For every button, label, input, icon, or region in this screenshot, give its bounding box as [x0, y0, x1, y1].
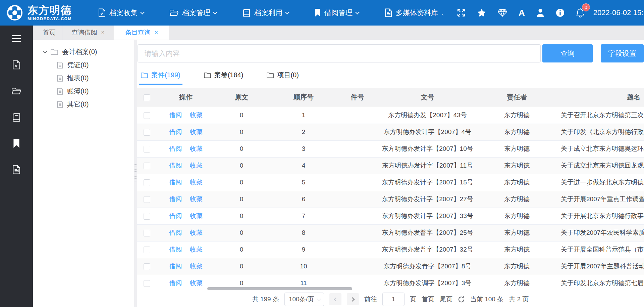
nav-item-archive-manage[interactable]: 档案管理 [169, 8, 217, 17]
tab-volumes[interactable]: 案卷(184) [202, 71, 246, 85]
rail-archive-use-button[interactable] [11, 112, 22, 123]
row-checkbox[interactable] [144, 112, 150, 119]
select-all-checkbox[interactable] [144, 94, 150, 101]
gem-icon[interactable] [498, 9, 507, 17]
last-page-link[interactable]: 尾页 [440, 295, 452, 304]
nav-item-label: 借阅管理 [324, 8, 353, 17]
row-checkbox[interactable] [144, 213, 150, 220]
tree-node-child[interactable]: 账簿(0) [33, 85, 134, 98]
tab-cases[interactable]: 案件(199) [139, 71, 182, 85]
row-checkbox[interactable] [144, 179, 150, 186]
tree-node-child[interactable]: 其它(0) [33, 98, 134, 111]
brand-logo[interactable]: 东方明德 MINGDEDATA.COM [0, 4, 90, 21]
favorite-link[interactable]: 收藏 [190, 212, 203, 219]
close-icon[interactable]: × [155, 29, 158, 36]
borrow-link[interactable]: 借阅 [169, 112, 182, 119]
file-pdf-icon [98, 8, 106, 17]
close-icon[interactable]: × [101, 29, 105, 36]
row-checkbox[interactable] [144, 247, 150, 253]
favorite-link[interactable]: 收藏 [190, 128, 203, 135]
font-size-icon[interactable]: A [519, 8, 525, 18]
borrow-link[interactable]: 借阅 [169, 279, 182, 287]
favorite-link[interactable]: 收藏 [190, 112, 203, 119]
borrow-link[interactable]: 借阅 [169, 195, 182, 203]
tab-home[interactable]: 首页 [36, 26, 62, 40]
borrow-link[interactable]: 借阅 [169, 263, 182, 270]
chevron-down-icon [285, 10, 289, 14]
nav-item-borrow-manage[interactable]: 借阅管理 [314, 8, 359, 17]
favorite-link[interactable]: 收藏 [190, 179, 203, 186]
row-checkbox[interactable] [144, 129, 150, 136]
favorite-link[interactable]: 收藏 [190, 229, 203, 236]
favorite-link[interactable]: 收藏 [190, 195, 203, 203]
logo-icon [6, 4, 23, 21]
row-checkbox[interactable] [144, 196, 150, 203]
column-header-original: 原文 [215, 88, 268, 107]
next-page-button[interactable] [347, 293, 359, 305]
search-row: 查询 字段设置 [138, 44, 644, 62]
tab-projects[interactable]: 项目(0) [265, 71, 301, 85]
tree-node-label: 凭证(0) [67, 60, 89, 70]
nav-item-archive-collect[interactable]: 档案收集 [98, 8, 144, 17]
tree-node-accounting-archive[interactable]: 会计档案(0) [33, 45, 134, 58]
row-checkbox[interactable] [144, 230, 150, 236]
page-size-select[interactable]: 100条/页 [284, 293, 324, 306]
column-header-doc-no: 文号 [376, 88, 479, 107]
rail-archive-collect-button[interactable] [11, 59, 22, 71]
menu-collapse-button[interactable] [11, 33, 22, 44]
table-row: 借阅 收藏 0 8 东方明德办发普字【2007】25号 东方明德 关于印发200… [137, 224, 644, 241]
cell-sequence-no: 7 [268, 208, 339, 224]
borrow-link[interactable]: 借阅 [169, 212, 182, 219]
rail-media-library-button[interactable] [11, 164, 22, 175]
cell-item-no [339, 224, 376, 241]
left-icon-rail [0, 26, 33, 307]
horizontal-scrollbar[interactable] [207, 287, 352, 290]
borrow-link[interactable]: 借阅 [169, 246, 182, 253]
cell-author: 东方明德 [479, 174, 555, 191]
borrow-link[interactable]: 借阅 [169, 128, 182, 135]
row-checkbox[interactable] [144, 146, 150, 152]
borrow-link[interactable]: 借阅 [169, 162, 182, 169]
favorite-link[interactable]: 收藏 [190, 279, 203, 287]
user-icon[interactable] [536, 8, 544, 17]
favorite-link[interactable]: 收藏 [190, 162, 203, 169]
star-icon[interactable] [477, 8, 486, 17]
tree-node-child[interactable]: 报表(0) [33, 72, 134, 85]
borrow-link[interactable]: 借阅 [169, 179, 182, 186]
favorite-link[interactable]: 收藏 [190, 263, 203, 270]
bell-icon[interactable]: 0 [576, 8, 585, 17]
row-checkbox[interactable] [144, 280, 150, 287]
cell-title: 关于召开北京东方明德第三次全体会议 [555, 107, 644, 124]
rail-borrow-manage-button[interactable] [11, 138, 22, 149]
refresh-icon[interactable] [458, 296, 465, 303]
nav-item-media-library[interactable]: 多媒体资料库 、 [384, 8, 447, 17]
tab-query-borrow[interactable]: 查询借阅 × [62, 26, 114, 40]
info-icon[interactable] [556, 8, 565, 17]
cell-original-count: 0 [215, 208, 268, 224]
row-checkbox[interactable] [144, 263, 150, 270]
cell-author: 东方明德 [479, 241, 555, 258]
prev-page-button[interactable] [329, 293, 341, 305]
page-number-input[interactable] [382, 293, 405, 306]
tree-node-child[interactable]: 凭证(0) [33, 58, 134, 72]
favorite-link[interactable]: 收藏 [190, 145, 203, 152]
first-page-link[interactable]: 首页 [422, 295, 434, 304]
borrow-link[interactable]: 借阅 [169, 145, 182, 152]
cell-sequence-no: 2 [268, 124, 339, 140]
nav-item-archive-use[interactable]: 档案利用 [242, 8, 289, 17]
borrow-link[interactable]: 借阅 [169, 229, 182, 236]
tab-entry-query[interactable]: 条目查询 × [114, 26, 169, 40]
expand-fullscreen-icon[interactable] [457, 8, 466, 17]
row-checkbox[interactable] [144, 163, 150, 169]
cell-original-count: 0 [215, 157, 268, 174]
rail-archive-manage-button[interactable] [11, 85, 22, 97]
cell-doc-no: 东方明德办发计字【2007】11号 [376, 157, 479, 174]
query-button[interactable]: 查询 [542, 44, 593, 62]
cell-original-count: 0 [215, 124, 268, 140]
panel-resize-divider[interactable] [134, 40, 137, 307]
field-settings-button[interactable]: 字段设置 [601, 44, 644, 62]
result-type-tabs: 案件(199) 案卷(184) 项目(0) [139, 69, 644, 85]
search-input[interactable] [138, 44, 541, 62]
favorite-link[interactable]: 收藏 [190, 246, 203, 253]
caret-down-icon[interactable] [43, 49, 47, 53]
